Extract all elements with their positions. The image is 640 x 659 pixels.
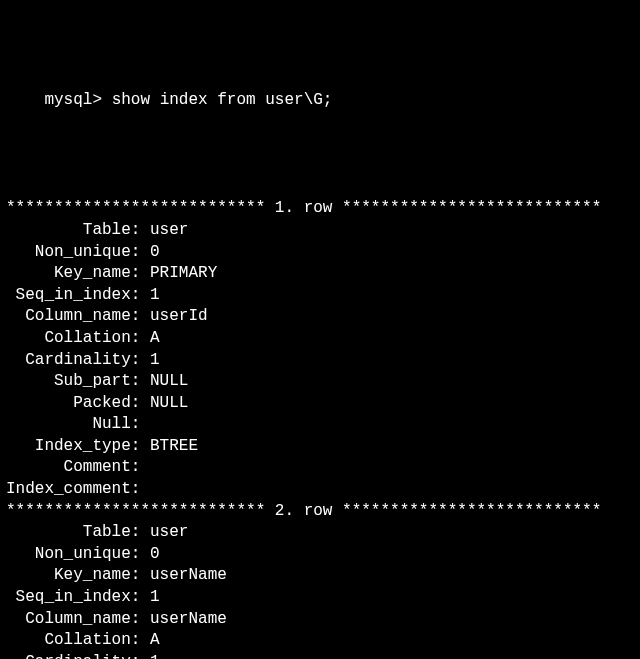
field-line: Non_unique:0 — [6, 242, 634, 264]
field-line: Key_name:PRIMARY — [6, 263, 634, 285]
field-value: userId — [150, 306, 208, 328]
field-separator: : — [131, 306, 150, 328]
field-separator: : — [131, 220, 150, 242]
field-value: userName — [150, 565, 227, 587]
field-line: Cardinality:1 — [6, 652, 634, 659]
field-line: Table:user — [6, 522, 634, 544]
field-value: 0 — [150, 544, 160, 566]
field-key: Collation — [6, 328, 131, 350]
field-separator: : — [131, 544, 150, 566]
field-key: Table — [6, 220, 131, 242]
field-key: Seq_in_index — [6, 587, 131, 609]
prompt-command: show index from user\G; — [112, 91, 333, 109]
field-separator: : — [131, 565, 150, 587]
field-value: userName — [150, 609, 227, 631]
field-separator: : — [131, 328, 150, 350]
field-separator: : — [131, 630, 150, 652]
field-separator: : — [131, 457, 150, 479]
field-value: 0 — [150, 242, 160, 264]
field-key: Column_name — [6, 609, 131, 631]
field-separator: : — [131, 609, 150, 631]
field-key: Cardinality — [6, 652, 131, 659]
field-line: Table:user — [6, 220, 634, 242]
field-separator: : — [131, 285, 150, 307]
field-line: Column_name:userId — [6, 306, 634, 328]
field-line: Key_name:userName — [6, 565, 634, 587]
field-key: Key_name — [6, 565, 131, 587]
prompt-line[interactable]: mysql> show index from user\G; — [6, 69, 634, 134]
field-separator: : — [131, 393, 150, 415]
field-key: Non_unique — [6, 242, 131, 264]
terminal-output: mysql> show index from user\G; *********… — [0, 0, 640, 659]
field-separator: : — [131, 414, 150, 436]
field-line: Index_comment: — [6, 479, 634, 501]
field-line: Null: — [6, 414, 634, 436]
field-key: Null — [6, 414, 131, 436]
field-key: Table — [6, 522, 131, 544]
result-rows: *************************** 1. row *****… — [6, 198, 634, 659]
field-line: Column_name:userName — [6, 609, 634, 631]
field-key: Packed — [6, 393, 131, 415]
field-line: Packed:NULL — [6, 393, 634, 415]
field-line: Comment: — [6, 457, 634, 479]
field-separator: : — [131, 371, 150, 393]
field-line: Sub_part:NULL — [6, 371, 634, 393]
field-key: Index_comment — [6, 479, 131, 501]
row-separator: *************************** 2. row *****… — [6, 501, 634, 523]
field-key: Column_name — [6, 306, 131, 328]
field-key: Non_unique — [6, 544, 131, 566]
field-separator: : — [131, 350, 150, 372]
field-key: Seq_in_index — [6, 285, 131, 307]
field-line: Collation:A — [6, 630, 634, 652]
field-value: NULL — [150, 393, 188, 415]
field-value: 1 — [150, 652, 160, 659]
field-value: PRIMARY — [150, 263, 217, 285]
field-value: BTREE — [150, 436, 198, 458]
field-separator: : — [131, 652, 150, 659]
row-separator: *************************** 1. row *****… — [6, 198, 634, 220]
field-separator: : — [131, 436, 150, 458]
field-key: Sub_part — [6, 371, 131, 393]
field-separator: : — [131, 522, 150, 544]
prompt-ps: mysql> — [44, 91, 102, 109]
field-line: Seq_in_index:1 — [6, 285, 634, 307]
field-value: A — [150, 328, 160, 350]
field-value: A — [150, 630, 160, 652]
field-separator: : — [131, 587, 150, 609]
field-line: Collation:A — [6, 328, 634, 350]
field-value: user — [150, 220, 188, 242]
field-value: 1 — [150, 350, 160, 372]
field-key: Comment — [6, 457, 131, 479]
field-line: Seq_in_index:1 — [6, 587, 634, 609]
field-line: Non_unique:0 — [6, 544, 634, 566]
field-separator: : — [131, 242, 150, 264]
field-value: 1 — [150, 587, 160, 609]
field-key: Key_name — [6, 263, 131, 285]
field-value: 1 — [150, 285, 160, 307]
field-separator: : — [131, 263, 150, 285]
field-separator: : — [131, 479, 150, 501]
field-line: Index_type:BTREE — [6, 436, 634, 458]
field-value: NULL — [150, 371, 188, 393]
field-key: Cardinality — [6, 350, 131, 372]
field-value: user — [150, 522, 188, 544]
field-key: Index_type — [6, 436, 131, 458]
field-line: Cardinality:1 — [6, 350, 634, 372]
field-key: Collation — [6, 630, 131, 652]
